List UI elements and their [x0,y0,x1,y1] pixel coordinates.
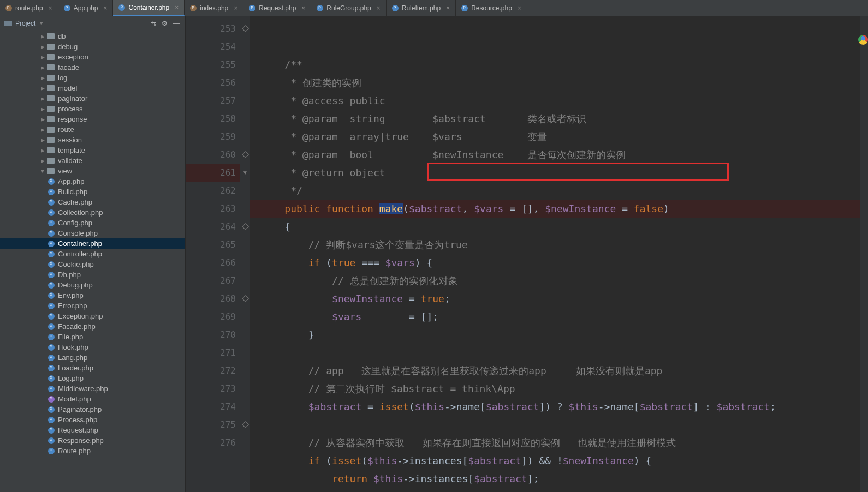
code-line-253[interactable]: /** [250,56,860,74]
code-line-259[interactable]: * @return object [250,164,860,182]
code-line-266[interactable]: $newInstance = true; [250,290,860,308]
dropdown-icon[interactable]: ▼ [39,21,44,26]
code-line-275[interactable]: if (isset($this->instances[$abstract]) &… [250,452,860,470]
file-Middleware-php[interactable]: Middleware.php [0,383,185,394]
close-icon[interactable]: × [103,4,107,12]
folder-route[interactable]: ▶route [0,124,185,135]
code-line-261[interactable]: public function make($abstract, $vars = … [250,200,860,218]
close-icon[interactable]: × [301,4,305,12]
folder-model[interactable]: ▶model [0,83,185,93]
code-line-264[interactable]: if (true === $vars) { [250,254,860,272]
code-editor[interactable]: 2532542552562572582592602612622632642652… [186,16,868,492]
minimize-icon[interactable]: — [172,19,181,28]
code-line-273[interactable] [250,416,860,434]
fold-marker[interactable] [240,272,250,290]
folder-log[interactable]: ▶log [0,73,185,83]
fold-marker[interactable] [240,416,250,434]
file-Build-php[interactable]: Build.php [0,187,185,197]
file-Log-php[interactable]: Log.php [0,373,185,383]
fold-marker[interactable] [240,398,250,416]
file-App-php[interactable]: App.php [0,176,185,187]
folder-session[interactable]: ▶session [0,135,185,145]
code-line-256[interactable]: * @param string $abstract 类名或者标识 [250,110,860,128]
fold-marker[interactable] [240,74,250,92]
file-Controller-php[interactable]: Controller.php [0,249,185,259]
code-line-271[interactable]: // 第二次执行时 $abstract = think\App [250,380,860,398]
project-tree[interactable]: ▶db▶debug▶exception▶facade▶log▶model▶pag… [0,31,185,492]
file-Lang-php[interactable]: Lang.php [0,352,185,363]
fold-marker[interactable] [240,344,250,362]
file-Debug-php[interactable]: Debug.php [0,280,185,290]
code-line-257[interactable]: * @param array|true $vars 变量 [250,128,860,146]
code-content[interactable]: /** * 创建类的实例 * @access public * @param s… [250,16,860,492]
file-Facade-php[interactable]: Facade.php [0,321,185,332]
fold-marker[interactable] [240,92,250,110]
file-Route-php[interactable]: Route.php [0,446,185,456]
file-Model-php[interactable]: Model.php [0,394,185,404]
fold-marker[interactable] [240,146,250,164]
collapse-icon[interactable]: ⇆ [150,19,157,28]
file-Env-php[interactable]: Env.php [0,290,185,301]
fold-marker[interactable] [240,218,250,236]
tab-RuleItem-php[interactable]: RuleItem.php× [387,0,456,16]
code-line-260[interactable]: */ [250,182,860,200]
folder-paginator[interactable]: ▶paginator [0,93,185,104]
fold-marker[interactable] [240,20,250,38]
file-Request-php[interactable]: Request.php [0,425,185,435]
file-Container-php[interactable]: Container.php [0,238,185,249]
fold-marker[interactable] [240,380,250,398]
code-line-258[interactable]: * @param bool $newInstance 是否每次创建新的实例 [250,146,860,164]
close-icon[interactable]: × [518,4,521,12]
file-Response-php[interactable]: Response.php [0,435,185,446]
fold-marker[interactable] [240,362,250,380]
folder-exception[interactable]: ▶exception [0,52,185,62]
folder-debug[interactable]: ▶debug [0,41,185,52]
close-icon[interactable]: × [446,4,450,12]
file-Console-php[interactable]: Console.php [0,228,185,238]
folder-process[interactable]: ▶process [0,104,185,114]
folder-template[interactable]: ▶template [0,145,185,155]
fold-marker[interactable]: ▼ [240,164,250,182]
tab-RuleGroup-php[interactable]: RuleGroup.php× [311,0,386,16]
tab-Request-php[interactable]: Request.php× [243,0,311,16]
fold-marker[interactable] [240,254,250,272]
code-line-270[interactable]: // app 这里就是在容器别名里获取传递过来的app 如果没有则就是app [250,362,860,380]
fold-marker[interactable] [240,308,250,326]
folder-db[interactable]: ▶db [0,31,185,41]
file-Db-php[interactable]: Db.php [0,269,185,280]
folder-view[interactable]: ▼view [0,166,185,176]
close-icon[interactable]: × [49,4,52,12]
folder-validate[interactable]: ▶validate [0,155,185,166]
code-line-265[interactable]: // 总是创建新的实例化对象 [250,272,860,290]
tab-Resource-php[interactable]: Resource.php× [456,0,527,16]
tab-App-php[interactable]: App.php× [58,0,114,16]
code-line-262[interactable]: { [250,218,860,236]
file-File-php[interactable]: File.php [0,332,185,342]
code-line-263[interactable]: // 判断$vars这个变量是否为true [250,236,860,254]
fold-marker[interactable] [240,182,250,200]
close-icon[interactable]: × [377,4,381,12]
tab-Container-php[interactable]: Container.php× [113,0,185,16]
code-line-269[interactable] [250,344,860,362]
close-icon[interactable]: × [234,4,237,12]
fold-marker[interactable] [240,326,250,344]
file-Config-php[interactable]: Config.php [0,218,185,228]
folder-facade[interactable]: ▶facade [0,62,185,73]
tab-route-php[interactable]: route.php× [0,0,58,16]
file-Collection-php[interactable]: Collection.php [0,207,185,218]
file-Paginator-php[interactable]: Paginator.php [0,404,185,415]
code-line-255[interactable]: * @access public [250,92,860,110]
code-line-274[interactable]: // 从容器实例中获取 如果存在则直接返回对应的实例 也就是使用注册树模式 [250,434,860,452]
file-Cookie-php[interactable]: Cookie.php [0,259,185,269]
tab-index-php[interactable]: index.php× [185,0,243,16]
code-line-272[interactable]: $abstract = isset($this->name[$abstract]… [250,398,860,416]
file-Error-php[interactable]: Error.php [0,301,185,311]
file-Loader-php[interactable]: Loader.php [0,363,185,373]
code-line-276[interactable]: return $this->instances[$abstract]; [250,470,860,488]
code-line-267[interactable]: $vars = []; [250,308,860,326]
file-Cache-php[interactable]: Cache.php [0,197,185,207]
fold-marker[interactable] [240,236,250,254]
fold-marker[interactable] [240,38,250,56]
code-line-268[interactable]: } [250,326,860,344]
fold-marker[interactable] [240,290,250,308]
